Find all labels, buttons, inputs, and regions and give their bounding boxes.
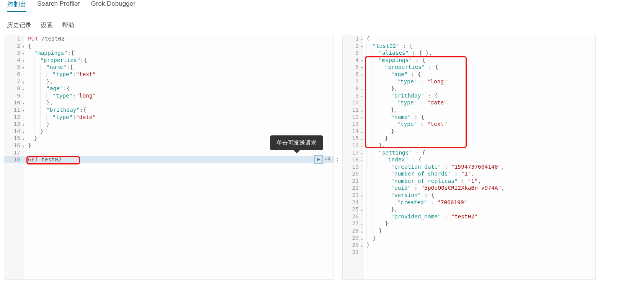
code-content[interactable] xyxy=(24,149,28,156)
code-line[interactable]: 31 xyxy=(343,249,595,256)
code-line[interactable]: 18▾"index" : { xyxy=(343,156,595,163)
code-content[interactable]: "created" : "7060199" xyxy=(363,199,467,206)
code-line[interactable]: 3"aliases" : { }, xyxy=(343,49,595,57)
code-line[interactable]: 13"type" : "text" xyxy=(343,120,595,128)
subnav-history[interactable]: 历史记录 xyxy=(7,21,31,29)
code-line[interactable]: 6▾"age" : { xyxy=(343,71,595,78)
code-line[interactable]: 1PUT /test02 xyxy=(4,35,333,42)
code-content[interactable]: "age":{ xyxy=(24,85,70,92)
code-line[interactable]: 21"number_of_replicas" : "1", xyxy=(343,177,595,185)
code-content[interactable]: "number_of_replicas" : "1", xyxy=(363,177,481,185)
code-content[interactable]: "index" : { xyxy=(363,156,422,163)
code-content[interactable]: "name" : { xyxy=(363,114,424,121)
code-line[interactable]: 2▾"test02" : { xyxy=(343,42,595,50)
code-content[interactable]: } xyxy=(363,135,388,142)
code-content[interactable]: } xyxy=(363,241,370,249)
code-content[interactable]: } xyxy=(24,135,38,142)
code-line[interactable]: 7"type" : "long" xyxy=(343,78,595,85)
code-line[interactable]: 15▴} xyxy=(343,135,595,142)
code-content[interactable]: "type" : "date" xyxy=(363,99,447,106)
code-line[interactable]: 4▾"properties":{ xyxy=(4,57,333,64)
code-line[interactable]: 9"type":"long" xyxy=(4,92,333,99)
code-content[interactable]: }, xyxy=(363,206,397,213)
code-content[interactable]: } xyxy=(363,234,376,242)
code-content[interactable]: "type":"long" xyxy=(24,92,96,99)
code-content[interactable]: "brithday" : { xyxy=(363,92,438,99)
code-content[interactable]: "properties":{ xyxy=(24,57,87,64)
code-line[interactable]: 27▴} xyxy=(343,220,595,227)
code-content[interactable]: "brithday":{ xyxy=(24,106,87,114)
code-line[interactable]: 23▾"version" : { xyxy=(343,192,595,199)
code-content[interactable]: "type":"text" xyxy=(24,71,96,78)
code-line[interactable]: 18GET test02 xyxy=(4,156,333,163)
code-line[interactable]: 28▴} xyxy=(343,227,595,234)
code-content[interactable]: "settings" : { xyxy=(363,149,425,156)
code-line[interactable]: 7▴}, xyxy=(4,78,333,85)
code-content[interactable]: "age" : { xyxy=(363,71,421,78)
code-line[interactable]: 2▾{ xyxy=(4,42,333,50)
subnav-help[interactable]: 帮助 xyxy=(62,21,74,29)
code-line[interactable]: 24"created" : "7060199" xyxy=(343,199,595,206)
code-content[interactable]: { xyxy=(363,35,370,42)
code-line[interactable]: 29▴} xyxy=(343,234,595,242)
code-line[interactable]: 10"type" : "date" xyxy=(343,99,595,106)
code-line[interactable]: 13▴} xyxy=(4,120,333,128)
code-line[interactable]: 20"number_of_shards" : "1", xyxy=(343,170,595,177)
response-viewer[interactable]: 1▾{2▾"test02" : {3"aliases" : { },4▾"map… xyxy=(342,35,596,280)
code-line[interactable]: 1▾{ xyxy=(343,35,595,42)
request-editor[interactable]: 1PUT /test022▾{3▾"mappings":{4▾"properti… xyxy=(4,35,334,280)
code-content[interactable]: "provided_name" : "test02" xyxy=(363,213,478,220)
code-content[interactable]: "type" : "long" xyxy=(363,78,447,85)
code-content[interactable]: } xyxy=(363,128,394,135)
code-line[interactable]: 30▴} xyxy=(343,241,595,249)
code-line[interactable]: 5▾"name":{ xyxy=(4,63,333,71)
code-content[interactable]: } xyxy=(24,120,50,128)
code-line[interactable]: 12"type":"date" xyxy=(4,114,333,121)
code-content[interactable]: }, xyxy=(363,106,397,114)
code-content[interactable]: PUT /test02 xyxy=(24,35,65,42)
code-line[interactable]: 14▴} xyxy=(343,128,595,135)
code-content[interactable]: } xyxy=(24,142,31,149)
code-line[interactable]: 3▾"mappings":{ xyxy=(4,49,333,57)
code-content[interactable]: GET test02 xyxy=(24,156,61,163)
code-line[interactable]: 11▴}, xyxy=(343,106,595,114)
code-content[interactable]: "name":{ xyxy=(24,63,73,71)
code-line[interactable]: 22"uuid" : "5pOoQOsCRI2XkaBn-v974A", xyxy=(343,184,595,192)
code-content[interactable]: } xyxy=(363,227,382,234)
code-content[interactable]: }, xyxy=(363,142,385,149)
more-actions-icon[interactable]: ⋯ xyxy=(334,157,342,165)
code-content[interactable]: "type":"date" xyxy=(24,114,96,121)
code-content[interactable]: "number_of_shards" : "1", xyxy=(363,170,474,177)
code-line[interactable]: 5▾"properties" : { xyxy=(343,63,595,71)
code-content[interactable]: "version" : { xyxy=(363,192,435,199)
tab-grok-debugger[interactable]: Grok Debugger xyxy=(91,0,135,12)
code-content[interactable]: }, xyxy=(363,85,397,92)
code-content[interactable]: "aliases" : { }, xyxy=(363,49,432,57)
code-line[interactable]: 25▴}, xyxy=(343,206,595,213)
code-line[interactable]: 9▾"brithday" : { xyxy=(343,92,595,99)
code-line[interactable]: 12▾"name" : { xyxy=(343,114,595,121)
code-content[interactable]: } xyxy=(24,128,44,135)
code-line[interactable]: 26"provided_name" : "test02" xyxy=(343,213,595,220)
tab-search-profiler[interactable]: Search Profiler xyxy=(37,0,80,12)
code-line[interactable]: 14▴} xyxy=(4,128,333,135)
code-line[interactable]: 8▾"age":{ xyxy=(4,85,333,92)
code-line[interactable]: 8▴}, xyxy=(343,85,595,92)
code-content[interactable]: "test02" : { xyxy=(363,42,413,50)
code-content[interactable]: "mappings":{ xyxy=(24,49,74,57)
code-content[interactable]: }, xyxy=(24,78,53,85)
request-options-icon[interactable] xyxy=(324,156,331,163)
code-line[interactable]: 4▾"mappings" : { xyxy=(343,57,595,64)
tab-console[interactable]: 控制台 xyxy=(7,0,26,12)
code-line[interactable]: 6"type":"text" xyxy=(4,71,333,78)
code-content[interactable]: "mappings" : { xyxy=(363,57,425,64)
code-line[interactable]: 16▴}, xyxy=(343,142,595,149)
code-content[interactable]: "uuid" : "5pOoQOsCRI2XkaBn-v974A", xyxy=(363,184,505,192)
code-content[interactable]: }, xyxy=(24,99,53,106)
code-line[interactable]: 19"creation_date" : "1594737604148", xyxy=(343,163,595,171)
code-line[interactable]: 10▴}, xyxy=(4,99,333,106)
code-content[interactable]: "creation_date" : "1594737604148", xyxy=(363,163,505,171)
code-content[interactable]: } xyxy=(363,220,388,227)
code-content[interactable]: "type" : "text" xyxy=(363,120,447,128)
code-line[interactable]: 17▾"settings" : { xyxy=(343,149,595,156)
